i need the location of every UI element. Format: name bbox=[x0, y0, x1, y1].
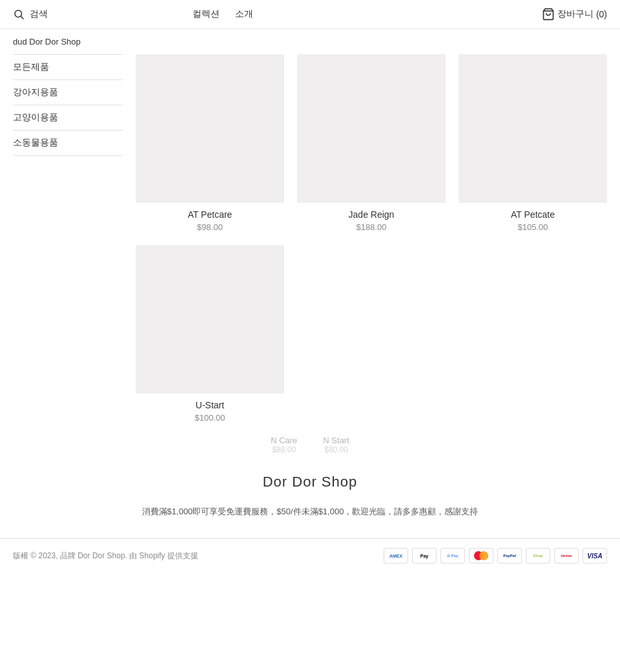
nav-about[interactable]: 소개 bbox=[235, 8, 253, 20]
cart-icon bbox=[542, 8, 555, 21]
footer-product-name-0: N Care bbox=[271, 436, 297, 445]
product-price-2: $105.00 bbox=[459, 222, 607, 232]
payment-paypal: PayPal bbox=[497, 548, 522, 563]
payment-shopify: Shop bbox=[526, 548, 550, 563]
product-name-1: Jade Reign bbox=[297, 209, 446, 220]
breadcrumb-text: dud Dor Dor Shop bbox=[13, 37, 81, 47]
product-grid: AT Petcare $98.00 Jade Reign $188.00 AT … bbox=[136, 54, 607, 423]
footer-product-price-0: $88.00 bbox=[271, 445, 297, 454]
product-name-0: AT Petcare bbox=[136, 209, 284, 220]
footer-product-1: N Start $80.00 bbox=[323, 436, 349, 454]
product-image-1 bbox=[297, 54, 446, 203]
main-nav: 컬렉션 소개 bbox=[192, 8, 253, 20]
product-image-0 bbox=[136, 54, 284, 203]
mastercard-icon bbox=[472, 550, 490, 562]
cart-button[interactable]: 장바구니 (0) bbox=[542, 8, 607, 21]
cart-label: 장바구니 bbox=[557, 8, 594, 20]
search-label: 검색 bbox=[30, 8, 48, 20]
header: 검색 컬렉션 소개 장바구니 (0) bbox=[0, 0, 620, 29]
nav-collections[interactable]: 컬렉션 bbox=[192, 8, 220, 20]
sidebar-item-cat[interactable]: 고양이용품 bbox=[13, 105, 123, 131]
product-price-0: $98.00 bbox=[136, 222, 284, 232]
payment-icons: AMEX Pay G Pay PayPal Shop Union VISA bbox=[384, 548, 607, 563]
sidebar-item-small-animal[interactable]: 소동물용품 bbox=[13, 131, 123, 156]
footer-products: N Care $88.00 N Start $80.00 bbox=[0, 423, 620, 454]
sidebar-item-dog[interactable]: 강아지용품 bbox=[13, 80, 123, 105]
product-card-3[interactable]: U-Start $100.00 bbox=[136, 245, 284, 423]
cart-count: (0) bbox=[596, 9, 607, 19]
footer-product-name-1: N Start bbox=[323, 436, 349, 445]
product-card-1[interactable]: Jade Reign $188.00 bbox=[297, 54, 446, 232]
payment-apple: Pay bbox=[412, 548, 437, 563]
svg-line-1 bbox=[21, 16, 23, 19]
product-card-2[interactable]: AT Petcate $105.00 bbox=[459, 54, 607, 232]
footer-product-0: N Care $88.00 bbox=[271, 436, 297, 454]
product-image-2 bbox=[459, 54, 607, 203]
payment-google: G Pay bbox=[440, 548, 465, 563]
product-grid-area: AT Petcare $98.00 Jade Reign $188.00 AT … bbox=[136, 54, 607, 423]
search-button[interactable]: 검색 bbox=[13, 8, 48, 20]
footer-description: 消費滿$1,000即可享受免運費服務，$50/件未滿$1,000，歡迎光臨，請多… bbox=[0, 497, 620, 538]
product-image-3 bbox=[136, 245, 284, 394]
product-price-3: $100.00 bbox=[136, 413, 284, 423]
payment-union: Union bbox=[554, 548, 579, 563]
footer-brand: Dor Dor Shop bbox=[0, 454, 620, 497]
product-name-2: AT Petcate bbox=[459, 209, 607, 220]
product-name-3: U-Start bbox=[136, 400, 284, 410]
copyright-text: 版權 © 2023, 品牌 Dor Dor Shop. 由 Shopify 提供… bbox=[13, 551, 198, 562]
payment-visa: VISA bbox=[583, 548, 607, 563]
footer-description-text: 消費滿$1,000即可享受免運費服務，$50/件未滿$1,000，歡迎光臨，請多… bbox=[142, 507, 479, 516]
sidebar-item-all[interactable]: 모든제품 bbox=[13, 54, 123, 80]
payment-amex: AMEX bbox=[384, 548, 408, 563]
svg-point-4 bbox=[479, 551, 488, 560]
svg-point-0 bbox=[15, 10, 22, 17]
breadcrumb: dud Dor Dor Shop bbox=[0, 29, 620, 54]
product-price-1: $188.00 bbox=[297, 222, 446, 232]
footer-product-price-1: $80.00 bbox=[323, 445, 349, 454]
bottom-footer: 版權 © 2023, 品牌 Dor Dor Shop. 由 Shopify 提供… bbox=[0, 538, 620, 572]
brand-name: Dor Dor Shop bbox=[13, 474, 607, 490]
sidebar: 모든제품 강아지용품 고양이용품 소동물용품 bbox=[13, 54, 136, 423]
header-actions: 장바구니 (0) bbox=[542, 8, 607, 21]
main-layout: 모든제품 강아지용품 고양이용품 소동물용품 AT Petcare $98.00… bbox=[0, 54, 620, 423]
product-card-0[interactable]: AT Petcare $98.00 bbox=[136, 54, 284, 232]
search-icon bbox=[13, 8, 25, 20]
payment-mastercard bbox=[469, 548, 493, 563]
